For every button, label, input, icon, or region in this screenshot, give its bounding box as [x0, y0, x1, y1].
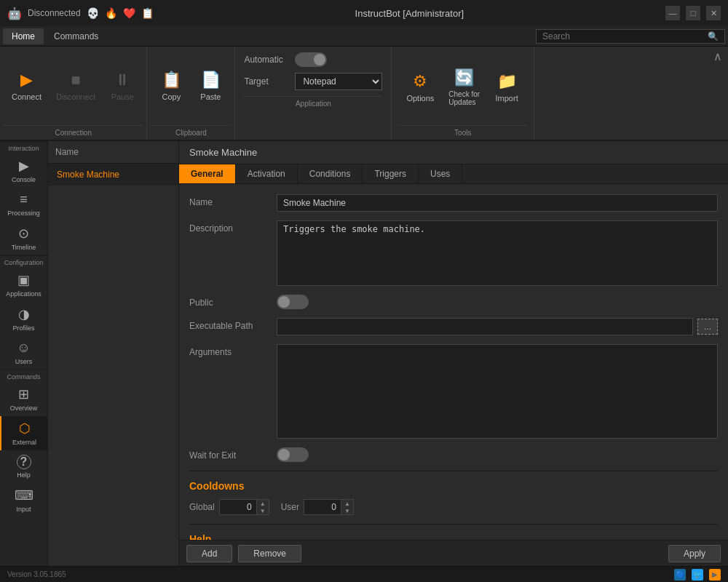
- sidebar-item-external[interactable]: ⬡ External: [0, 416, 47, 450]
- help-title: Help: [189, 530, 718, 540]
- sidebar-item-users[interactable]: ☺ Users: [0, 336, 47, 370]
- maximize-button[interactable]: □: [686, 6, 700, 20]
- search-input[interactable]: [542, 31, 703, 41]
- pause-label: Pause: [111, 92, 134, 101]
- remove-button[interactable]: Remove: [238, 545, 301, 562]
- external-icon: ⬡: [19, 420, 31, 436]
- tab-activation[interactable]: Activation: [236, 164, 298, 183]
- public-toggle-knob: [278, 296, 290, 308]
- sidebar-users-label: Users: [15, 358, 33, 365]
- description-textarea[interactable]: Triggers the smoke machine.: [277, 220, 718, 286]
- global-cooldown-input[interactable]: [220, 500, 256, 514]
- list-item[interactable]: Smoke Machine: [48, 164, 178, 186]
- connect-label: Connect: [12, 92, 41, 101]
- automatic-toggle[interactable]: [295, 52, 327, 67]
- wait-for-exit-row: Wait for Exit: [189, 447, 718, 462]
- detail-header: Smoke Machine: [179, 141, 728, 164]
- tools-buttons: ⚙ Options 🔄 Check forUpdates 📁 Import: [397, 47, 528, 125]
- user-cooldown-input-wrap: ▲ ▼: [304, 499, 354, 515]
- sidebar-processing-label: Processing: [7, 210, 40, 217]
- user-cooldown-label: User: [281, 502, 299, 512]
- status-bar: Version 3.05.1865 🔵 🐦 ▶: [0, 566, 728, 582]
- user-cooldown-down[interactable]: ▼: [341, 507, 353, 514]
- disconnect-button[interactable]: ■ Disconnect: [50, 66, 101, 105]
- global-cooldown-down[interactable]: ▼: [257, 507, 269, 514]
- app-logo: 🤖: [7, 7, 22, 20]
- search-box: 🔍: [536, 29, 725, 44]
- clipboard-icon[interactable]: 📋: [141, 7, 154, 19]
- tray-icon-2[interactable]: 🐦: [692, 569, 703, 581]
- menu-home[interactable]: Home: [3, 28, 44, 44]
- clipboard-buttons: 📋 Copy 📄 Paste: [150, 47, 232, 122]
- close-button[interactable]: ✕: [706, 6, 721, 20]
- tray-icon-1[interactable]: 🔵: [674, 569, 686, 581]
- wait-for-exit-toggle[interactable]: [277, 447, 309, 462]
- tray-icon-3[interactable]: ▶: [709, 569, 721, 581]
- sidebar-item-timeline[interactable]: ⊙ Timeline: [0, 221, 47, 255]
- options-button[interactable]: ⚙ Options: [400, 68, 440, 107]
- tab-uses[interactable]: Uses: [419, 164, 462, 183]
- toolbar: ▶ Connect ■ Disconnect ⏸ Pause Connectio…: [0, 47, 728, 141]
- tab-triggers[interactable]: Triggers: [363, 164, 419, 183]
- import-button[interactable]: 📁 Import: [488, 68, 525, 107]
- arguments-form-label: Arguments: [189, 344, 269, 357]
- user-cooldown-up[interactable]: ▲: [341, 500, 353, 507]
- user-cooldown-input[interactable]: [304, 500, 341, 514]
- list-header: Name: [48, 141, 178, 164]
- browse-button[interactable]: ...: [697, 319, 718, 335]
- clipboard-group: 📋 Copy 📄 Paste Clipboard: [147, 47, 235, 140]
- main-layout: Interaction ▶ Console ≡ Processing ⊙ Tim…: [0, 141, 728, 566]
- paste-icon: 📄: [201, 71, 221, 89]
- connect-button[interactable]: ▶ Connect: [6, 66, 47, 105]
- import-icon: 📁: [497, 72, 517, 91]
- minimize-button[interactable]: —: [665, 6, 680, 20]
- arguments-textarea[interactable]: [277, 344, 718, 439]
- pause-button[interactable]: ⏸ Pause: [104, 66, 141, 105]
- paste-button[interactable]: 📄 Paste: [192, 66, 229, 105]
- paste-label: Paste: [200, 92, 221, 101]
- sidebar-item-overview[interactable]: ⊞ Overview: [0, 382, 47, 416]
- target-select[interactable]: Notepad: [295, 73, 382, 90]
- sidebar-item-console[interactable]: ▶ Console: [0, 154, 47, 188]
- executable-path-input[interactable]: [277, 318, 693, 335]
- add-button[interactable]: Add: [186, 545, 232, 562]
- global-cooldown-up[interactable]: ▲: [257, 500, 269, 507]
- heart-icon[interactable]: ❤️: [123, 7, 135, 19]
- automatic-row: Automatic: [244, 52, 382, 67]
- public-row: Public: [189, 295, 718, 309]
- wait-for-exit-knob: [278, 449, 290, 461]
- menu-commands[interactable]: Commands: [45, 28, 107, 44]
- description-row: Description Triggers the smoke machine.: [189, 220, 718, 286]
- sidebar-section-configuration: Configuration: [0, 255, 47, 268]
- collapse-toolbar-button[interactable]: ∧: [708, 47, 728, 66]
- tab-general[interactable]: General: [179, 164, 236, 183]
- tab-conditions[interactable]: Conditions: [298, 164, 363, 183]
- apply-button[interactable]: Apply: [668, 545, 721, 562]
- name-form-label: Name: [189, 194, 269, 207]
- check-updates-button[interactable]: 🔄 Check forUpdates: [443, 64, 486, 111]
- connection-buttons: ▶ Connect ■ Disconnect ⏸ Pause: [3, 47, 143, 122]
- public-toggle[interactable]: [277, 295, 309, 309]
- copy-button[interactable]: 📋 Copy: [153, 66, 189, 105]
- overview-icon: ⊞: [18, 386, 29, 402]
- sidebar-item-processing[interactable]: ≡ Processing: [0, 188, 47, 221]
- action-bar-left: Add Remove: [186, 545, 301, 562]
- version-label: Version 3.05.1865: [7, 570, 66, 578]
- flame-icon[interactable]: 🔥: [105, 7, 117, 19]
- skull-icon[interactable]: 💀: [87, 7, 99, 19]
- sidebar-item-input[interactable]: ⌨ Input: [0, 483, 47, 517]
- window-controls: — □ ✕: [665, 6, 721, 20]
- users-icon: ☺: [17, 340, 30, 356]
- connection-group-label: Connection: [3, 125, 143, 140]
- profiles-icon: ◑: [18, 306, 30, 322]
- name-input[interactable]: [277, 194, 718, 212]
- description-form-label: Description: [189, 220, 269, 234]
- titlebar: 🤖 Disconnected 💀 🔥 ❤️ 📋 InstructBot [Adm…: [0, 0, 728, 26]
- wait-for-exit-label: Wait for Exit: [189, 447, 269, 461]
- sidebar-item-help[interactable]: ? Help: [0, 450, 47, 483]
- global-cooldown-group: Global ▲ ▼: [189, 499, 269, 515]
- sidebar-item-applications[interactable]: ▣ Applications: [0, 268, 47, 302]
- sidebar-item-profiles[interactable]: ◑ Profiles: [0, 302, 47, 336]
- automatic-label: Automatic: [244, 55, 288, 65]
- form-area: Name Description Triggers the smoke mach…: [179, 184, 728, 540]
